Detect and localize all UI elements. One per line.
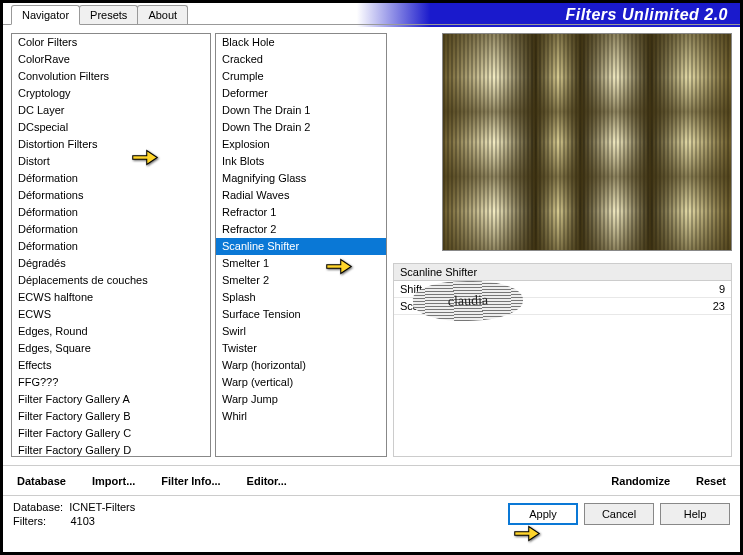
list-item[interactable]: Convolution Filters: [12, 68, 210, 85]
list-item[interactable]: Color Filters: [12, 34, 210, 51]
list-item[interactable]: ECWS: [12, 306, 210, 323]
apply-button[interactable]: Apply: [508, 503, 578, 525]
filter-info-button[interactable]: Filter Info...: [157, 473, 224, 489]
list-item[interactable]: Whirl: [216, 408, 386, 425]
list-item[interactable]: Crumple: [216, 68, 386, 85]
list-item[interactable]: Cracked: [216, 51, 386, 68]
list-item[interactable]: Splash: [216, 289, 386, 306]
cancel-button[interactable]: Cancel: [584, 503, 654, 525]
list-item[interactable]: Effects: [12, 357, 210, 374]
list-item[interactable]: Ink Blots: [216, 153, 386, 170]
list-item[interactable]: Edges, Round: [12, 323, 210, 340]
list-item[interactable]: Scanline Shifter: [216, 238, 386, 255]
list-item[interactable]: Smelter 1: [216, 255, 386, 272]
list-item[interactable]: DCspecial: [12, 119, 210, 136]
list-item[interactable]: Edges, Square: [12, 340, 210, 357]
list-item[interactable]: Black Hole: [216, 34, 386, 51]
category-listbox[interactable]: Color FiltersColorRaveConvolution Filter…: [11, 33, 211, 457]
list-item[interactable]: Warp (horizontal): [216, 357, 386, 374]
right-pane: Scanline Shifter Shift 9 Scanline Height…: [391, 33, 732, 457]
list-item[interactable]: Filter Factory Gallery D: [12, 442, 210, 457]
list-item[interactable]: ColorRave: [12, 51, 210, 68]
status-bar: Database: ICNET-Filters Filters: 4103 Ap…: [3, 495, 740, 534]
list-item[interactable]: Swirl: [216, 323, 386, 340]
tab-strip: Navigator Presets About: [3, 5, 740, 24]
bottom-link-bar: Database Import... Filter Info... Editor…: [3, 465, 740, 495]
list-item[interactable]: Surface Tension: [216, 306, 386, 323]
list-item[interactable]: Filter Factory Gallery A: [12, 391, 210, 408]
list-item[interactable]: DC Layer: [12, 102, 210, 119]
list-item[interactable]: Magnifying Glass: [216, 170, 386, 187]
list-item[interactable]: Déformation: [12, 238, 210, 255]
list-item[interactable]: Distort: [12, 153, 210, 170]
help-button[interactable]: Help: [660, 503, 730, 525]
list-item[interactable]: Déformation: [12, 170, 210, 187]
list-item[interactable]: Radial Waves: [216, 187, 386, 204]
list-item[interactable]: Déplacements de couches: [12, 272, 210, 289]
preview-image: [442, 33, 732, 251]
reset-button[interactable]: Reset: [692, 473, 730, 489]
list-item[interactable]: Down The Drain 2: [216, 119, 386, 136]
list-item[interactable]: Refractor 2: [216, 221, 386, 238]
list-item[interactable]: Filter Factory Gallery C: [12, 425, 210, 442]
list-item[interactable]: Dégradés: [12, 255, 210, 272]
main-panel: Color FiltersColorRaveConvolution Filter…: [3, 25, 740, 465]
randomize-button[interactable]: Randomize: [607, 473, 674, 489]
list-item[interactable]: Warp Jump: [216, 391, 386, 408]
current-filter-name: Scanline Shifter: [393, 263, 732, 281]
list-item[interactable]: Distortion Filters: [12, 136, 210, 153]
list-item[interactable]: Déformations: [12, 187, 210, 204]
list-item[interactable]: Refractor 1: [216, 204, 386, 221]
list-item[interactable]: Smelter 2: [216, 272, 386, 289]
list-item[interactable]: Deformer: [216, 85, 386, 102]
list-item[interactable]: Déformation: [12, 204, 210, 221]
list-item[interactable]: Twister: [216, 340, 386, 357]
tab-presets[interactable]: Presets: [79, 5, 138, 24]
list-item[interactable]: Filter Factory Gallery B: [12, 408, 210, 425]
list-item[interactable]: Déformation: [12, 221, 210, 238]
list-item[interactable]: ECWS halftone: [12, 289, 210, 306]
param-value: 23: [713, 300, 725, 312]
list-item[interactable]: Cryptology: [12, 85, 210, 102]
filter-listbox[interactable]: Black HoleCrackedCrumpleDeformerDown The…: [215, 33, 387, 457]
param-value: 9: [719, 283, 725, 295]
tab-navigator[interactable]: Navigator: [11, 5, 80, 25]
database-button[interactable]: Database: [13, 473, 70, 489]
import-button[interactable]: Import...: [88, 473, 139, 489]
editor-button[interactable]: Editor...: [243, 473, 291, 489]
list-item[interactable]: Explosion: [216, 136, 386, 153]
list-item[interactable]: Warp (vertical): [216, 374, 386, 391]
list-item[interactable]: Down The Drain 1: [216, 102, 386, 119]
tab-about[interactable]: About: [137, 5, 188, 24]
list-item[interactable]: FFG???: [12, 374, 210, 391]
status-text: Database: ICNET-Filters Filters: 4103: [13, 500, 135, 528]
